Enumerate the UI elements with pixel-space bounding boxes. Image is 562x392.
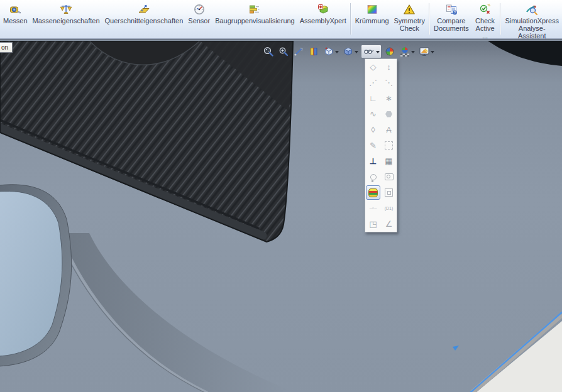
view-lights-icon[interactable] [365,169,381,185]
tape-measure-icon [9,3,21,16]
view-points-icon[interactable]: ∗ [381,90,397,106]
toolbar-item-baugruppenvisualisierung[interactable]: Baugruppenvisualisierung [212,2,297,25]
view-routing-points-icon[interactable] [381,106,397,122]
hide-show-items-flyout: ◇ ↕ ⋰ ⋱ ∟ ∗ ∿ ◊ A ✎ ⊥ ▦ –▫– (D1) ◳ ∠ [365,58,397,232]
display-style-button[interactable] [341,45,360,58]
view-curvature-combs-icon[interactable]: ∠ [381,216,397,232]
view-settings-icon [419,46,430,57]
viewport-3d[interactable]: on [0,40,562,392]
headsup-toolbar [262,43,436,60]
toolbar-item-label: Querschnitteigenschaften [105,17,184,24]
toolbar-item-label: AssemblyXpert [300,17,346,24]
toolbar-item-masseneigenschaften[interactable]: Masseneigenschaften [30,2,102,25]
toolbar-item-messen[interactable]: Messen [1,2,30,25]
symmetry-warning-icon [403,3,416,16]
mass-properties-scale-icon [60,3,72,16]
view-origins-icon[interactable]: ∟ [365,90,381,106]
sensor-gauge-icon [193,3,206,16]
hide-show-items-glasses-icon [363,46,375,57]
toolbar-item-label: Krümmung [355,17,389,24]
previous-view-button[interactable] [292,45,306,58]
view-orientation-icon [323,46,334,57]
toolbar-item-label: Compare Documents [434,17,469,32]
chevron-down-icon[interactable] [431,51,434,53]
pressed-state-box [366,185,380,200]
view-sketch-relations-icon[interactable]: ⊥ [365,153,381,169]
view-axes-icon[interactable]: ↕ [381,59,397,75]
section-properties-icon [138,3,150,16]
assembly-visualization-icon [248,3,261,16]
toolbar-item-simulationxpress[interactable]: SimulationXpress Analyse-Assistent [502,2,561,40]
toolbar-separator [500,3,501,35]
assemblyxpert-icon [317,3,329,16]
hide-all-types-icon[interactable] [381,185,397,200]
view-coordinate-systems-icon[interactable]: ⋱ [381,75,397,90]
view-temporary-axes-icon[interactable]: ⋰ [365,75,381,90]
model-scene[interactable] [0,41,562,392]
previous-view-icon [293,46,304,57]
chevron-down-icon[interactable] [376,51,380,53]
simulationxpress-icon [526,3,538,16]
curvature-rainbow-icon [366,3,378,16]
toolbar-item-kruemmung[interactable]: Krümmung [353,2,392,25]
zoom-to-area-icon [278,46,289,57]
toolbar-item-label: Baugruppenvisualisierung [215,17,295,24]
view-settings-button[interactable] [417,45,436,58]
zoom-to-fit-icon [263,46,274,57]
view-grid-icon[interactable]: ▦ [381,153,397,169]
section-view-button[interactable] [307,45,321,58]
view-cameras-icon[interactable] [381,169,397,185]
toolbar-item-check-active[interactable]: Check Active ... [471,2,499,45]
view-parting-lines-icon[interactable]: ◊ [365,122,381,138]
chevron-down-icon[interactable] [411,51,415,53]
toolbar-item-assemblyxpert[interactable]: AssemblyXpert [297,2,349,25]
view-curves-icon[interactable]: ∿ [365,106,381,122]
compare-documents-icon: ? [445,3,458,16]
toolbar-item-querschnitteigenschaften[interactable]: Querschnitteigenschaften [102,2,186,25]
edit-appearance-icon [384,46,395,57]
toolbar-item-label: Messen [3,17,28,24]
apply-scene-icon [399,46,410,57]
toolbar-separator [350,3,351,35]
edit-appearance-button[interactable] [383,45,397,58]
toolbar-item-label: SimulationXpress Analyse-Assistent [505,17,559,40]
check-active-icon [479,3,492,16]
zoom-to-area-button[interactable] [277,45,290,58]
view-bounding-box-icon[interactable]: ◳ [365,216,381,232]
partial-button[interactable]: on [0,42,13,53]
toolbar-separator [429,3,430,35]
view-planes-icon[interactable]: ◇ [365,59,381,75]
evaluate-toolbar: Messen Masseneigenschaften Querschnittei… [0,0,562,39]
view-weld-beads-icon[interactable]: –▫– [365,200,381,216]
toolbar-item-compare-documents[interactable]: ? Compare Documents [431,2,471,33]
view-annotations-icon[interactable]: A [381,122,397,138]
zoom-to-fit-button[interactable] [262,45,275,58]
view-orientation-button[interactable] [322,45,340,58]
toolbar-item-sensor[interactable]: Sensor [185,2,212,25]
section-view-icon [308,46,319,57]
toolbar-item-label: Masseneigenschaften [33,17,100,24]
hide-show-items-button[interactable] [361,45,382,58]
toolbar-item-label: Symmetry Check [394,17,426,32]
chevron-down-icon[interactable] [335,51,339,53]
apply-scene-button[interactable] [398,45,416,58]
view-sketches-icon[interactable]: ✎ [365,138,381,153]
chevron-down-icon[interactable] [355,51,358,53]
toolbar-item-label: Sensor [188,17,210,24]
view-decals-icon[interactable] [365,185,381,200]
view-3d-sketches-icon[interactable] [381,138,397,153]
view-dimension-names-icon[interactable]: (D1) [381,200,397,216]
solidworks-window: Messen Masseneigenschaften Querschnittei… [0,0,562,392]
toolbar-item-label: Check Active ... [474,17,497,40]
display-style-icon [343,46,354,57]
toolbar-item-symmetry-check[interactable]: Symmetry Check [392,2,428,33]
